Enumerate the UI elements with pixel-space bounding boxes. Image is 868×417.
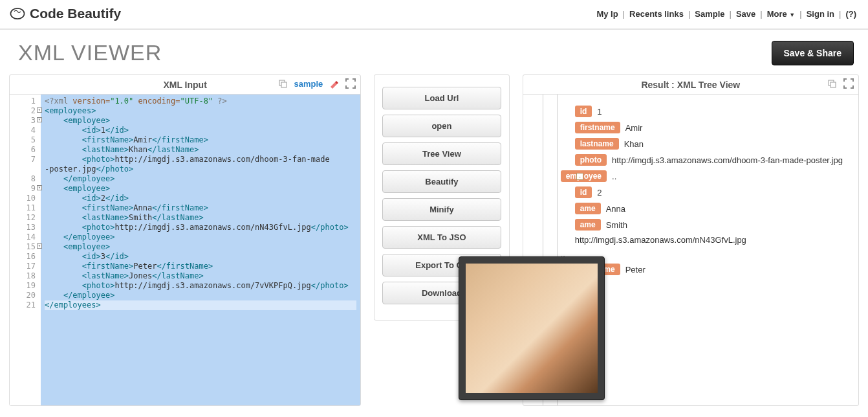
tree-tag-badge: lastname [575, 138, 619, 150]
brand-logo[interactable]: Code Beautify [9, 5, 121, 22]
tree-node[interactable]: photohttp://imgdj.s3.amazonaws.com/dhoom… [575, 154, 853, 166]
tree-node[interactable]: ameAnna [575, 203, 853, 214]
save-share-button[interactable]: Save & Share [772, 41, 854, 65]
tree-tag-badge: id [575, 106, 592, 117]
brand-text: Code Beautify [30, 6, 121, 21]
tree-node[interactable]: firstnameAmir [575, 122, 853, 133]
tree-node-value: Khan [624, 139, 644, 149]
action-xml-to-jso[interactable]: XML To JSO [382, 226, 501, 249]
action-open[interactable]: open [382, 115, 501, 137]
tree-node-value: Anna [606, 204, 625, 214]
tree-tag-badge: ame [575, 219, 601, 231]
tree-node-value: 2 [597, 188, 602, 197]
tree-node[interactable]: id2 [575, 186, 853, 198]
tree-node[interactable]: ameSmith [575, 219, 853, 231]
nav-link[interactable]: Save [733, 9, 758, 19]
tree-tag-badge: id [575, 186, 592, 198]
tree-node[interactable]: lastnameKhan [575, 138, 853, 150]
fold-toggle[interactable]: ▾ [37, 243, 42, 249]
tree-node-value: .. [612, 172, 616, 181]
fullscreen-icon[interactable] [345, 78, 356, 89]
page-title: XML VIEWER [18, 40, 162, 65]
tree-node-value: http://imgdj.s3.amazonaws.com/nN43GfvL.j… [575, 235, 746, 245]
tree-tag-badge: ame [575, 203, 601, 214]
nav-link[interactable]: My Ip [594, 9, 620, 19]
tree-tag-badge: firstname [575, 122, 620, 133]
fold-toggle[interactable]: ▾ [37, 185, 42, 190]
top-nav: My Ip|Recents links|Sample|Save|More ▼|S… [594, 9, 859, 19]
tree-node-value: Smith [606, 220, 627, 230]
result-panel-title: Result : XML Tree View [641, 80, 740, 90]
clear-icon[interactable] [328, 78, 340, 89]
svg-point-0 [10, 8, 24, 19]
nav-link[interactable]: Sample [692, 9, 727, 19]
brain-icon [9, 5, 26, 22]
svg-rect-2 [281, 82, 287, 87]
image-preview-tooltip [459, 256, 605, 400]
fullscreen-result-icon[interactable] [843, 78, 854, 89]
tree-node[interactable]: -employee.. [561, 170, 853, 182]
action-minify[interactable]: Minify [382, 198, 501, 221]
fold-toggle[interactable]: ▾ [37, 117, 42, 122]
copy-result-icon[interactable] [826, 78, 838, 89]
tree-node-value: 1 [597, 107, 602, 117]
tree-node-value: Amir [625, 123, 643, 133]
xml-editor[interactable]: 12▾3▾456789▾101112131415▾161718192021 <?… [10, 95, 360, 405]
input-panel-title: XML Input [163, 80, 206, 90]
copy-icon[interactable] [277, 78, 288, 89]
action-beautify[interactable]: Beautify [382, 170, 501, 193]
tree-node[interactable]: id1 [575, 106, 853, 117]
action-load-url[interactable]: Load Url [382, 87, 501, 109]
tree-tag-badge: employee [561, 170, 607, 182]
tree-node[interactable]: firstnamePeter [575, 264, 853, 275]
tree-node-value: Peter [625, 265, 646, 275]
fold-toggle[interactable]: ▾ [37, 107, 42, 113]
nav-link[interactable]: Sign in [804, 9, 837, 19]
input-panel: XML Input sample 12▾3▾456789▾10111213141… [9, 74, 361, 406]
tree-node-value: http://imgdj.s3.amazonaws.com/dhoom-3-fa… [612, 155, 843, 165]
nav-link[interactable]: (?) [843, 9, 859, 19]
tree-tag-badge: photo [575, 154, 607, 166]
tree-node[interactable]: http://imgdj.s3.amazonaws.com/nN43GfvL.j… [575, 235, 853, 245]
preview-image [466, 264, 598, 393]
nav-link[interactable]: Recents links [627, 9, 686, 19]
svg-rect-4 [830, 82, 836, 87]
collapse-toggle[interactable]: - [576, 173, 583, 180]
nav-link[interactable]: More ▼ [765, 9, 798, 19]
sample-link[interactable]: sample [294, 79, 323, 89]
action-tree-view[interactable]: Tree View [382, 142, 501, 165]
